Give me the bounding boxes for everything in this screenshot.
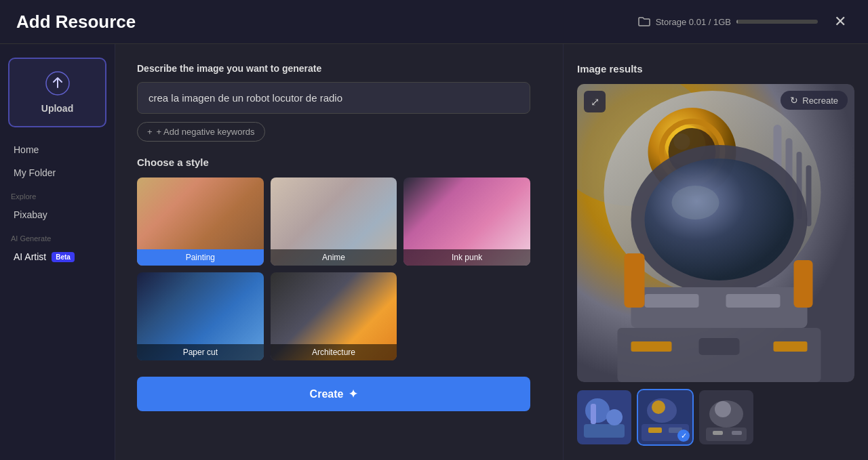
style-grid: Painting Anime Ink punk Paper cut Archit… <box>137 177 530 360</box>
svg-point-38 <box>715 401 731 417</box>
expand-icon: ⤢ <box>591 96 599 108</box>
style-card-papercut[interactable]: Paper cut <box>137 272 264 360</box>
my-folder-label: My Folder <box>14 167 56 178</box>
home-label: Home <box>14 144 39 155</box>
thumbnail-3-image <box>699 390 753 444</box>
svg-rect-23 <box>699 338 740 355</box>
svg-rect-22 <box>631 341 672 352</box>
style-inkpunk-label: Ink punk <box>403 249 530 266</box>
right-panel: Image results <box>563 44 868 460</box>
main-robot-image <box>577 84 854 382</box>
svg-rect-24 <box>774 341 808 352</box>
ai-generate-section-label: AI Generate <box>8 234 106 243</box>
svg-rect-34 <box>648 427 662 433</box>
main-content: Describe the image you want to generate … <box>115 44 563 460</box>
svg-rect-27 <box>584 424 625 438</box>
create-sparkle-icon: ✦ <box>349 388 357 400</box>
thumbnail-1[interactable] <box>577 390 631 444</box>
svg-point-15 <box>672 186 719 219</box>
close-button[interactable]: ✕ <box>829 10 852 33</box>
style-papercut-label: Paper cut <box>137 344 264 360</box>
prompt-input[interactable] <box>137 82 530 114</box>
style-painting-label: Painting <box>137 249 264 266</box>
header: Add Resource Storage 0.01 / 1GB ✕ <box>0 0 868 44</box>
beta-badge: Beta <box>52 252 75 262</box>
style-anime-label: Anime <box>271 249 397 266</box>
upload-button[interactable]: Upload <box>8 58 106 127</box>
svg-rect-41 <box>732 431 742 435</box>
svg-point-28 <box>606 409 623 425</box>
thumbnail-2-check: ✓ <box>677 430 690 442</box>
header-right: Storage 0.01 / 1GB ✕ <box>638 10 852 33</box>
expand-button[interactable]: ⤢ <box>584 91 606 112</box>
recreate-button[interactable]: ↻ Recreate <box>781 91 848 110</box>
sidebar-item-home[interactable]: Home <box>8 140 106 160</box>
style-card-anime[interactable]: Anime <box>271 177 397 266</box>
plus-icon: + <box>147 127 153 137</box>
thumbnail-2[interactable]: ✓ <box>638 390 692 444</box>
style-card-architecture[interactable]: Architecture <box>271 272 397 360</box>
sidebar: Upload Home My Folder Explore Pixabay AI… <box>0 44 115 460</box>
storage-bar-track <box>736 20 818 24</box>
thumbnail-3[interactable] <box>699 390 753 444</box>
image-results-label: Image results <box>577 63 854 75</box>
svg-point-26 <box>585 398 610 423</box>
create-label: Create <box>310 388 344 400</box>
main-image-container: ⤢ ↻ Recreate <box>577 84 854 382</box>
style-card-inkpunk[interactable]: Ink punk <box>403 177 530 266</box>
svg-rect-29 <box>591 404 596 424</box>
upload-icon <box>45 71 70 98</box>
add-negative-keywords-button[interactable]: + + Add negative keywords <box>137 122 265 142</box>
recreate-icon: ↻ <box>790 95 798 106</box>
storage-text: Storage 0.01 / 1GB <box>656 17 731 27</box>
sidebar-item-my-folder[interactable]: My Folder <box>8 163 106 183</box>
sidebar-item-pixabay[interactable]: Pixabay <box>8 205 106 225</box>
prompt-section-label: Describe the image you want to generate <box>137 63 541 74</box>
style-section-label: Choose a style <box>137 156 541 168</box>
explore-section-label: Explore <box>8 192 106 201</box>
svg-point-14 <box>645 159 794 280</box>
svg-rect-18 <box>726 294 781 308</box>
svg-rect-19 <box>625 253 645 308</box>
page-title: Add Resource <box>16 12 136 33</box>
thumbnail-1-image <box>577 390 631 444</box>
folder-icon <box>638 16 650 27</box>
pixabay-label: Pixabay <box>14 209 47 220</box>
svg-rect-20 <box>794 260 813 308</box>
create-button[interactable]: Create ✦ <box>137 377 530 411</box>
style-card-painting[interactable]: Painting <box>137 177 264 266</box>
storage-bar-fill <box>736 20 738 24</box>
add-negative-label: + Add negative keywords <box>157 127 255 137</box>
storage-info: Storage 0.01 / 1GB <box>638 16 818 27</box>
style-architecture-label: Architecture <box>271 344 397 360</box>
upload-label: Upload <box>41 103 73 114</box>
svg-rect-40 <box>713 431 723 435</box>
ai-artist-label: AI Artist <box>14 251 46 262</box>
sidebar-item-ai-artist[interactable]: AI Artist Beta <box>8 247 106 267</box>
body-layout: Upload Home My Folder Explore Pixabay AI… <box>0 44 868 460</box>
svg-rect-17 <box>645 294 699 308</box>
thumbnail-row: ✓ <box>577 390 854 444</box>
svg-point-32 <box>652 400 665 414</box>
recreate-label: Recreate <box>802 96 838 106</box>
